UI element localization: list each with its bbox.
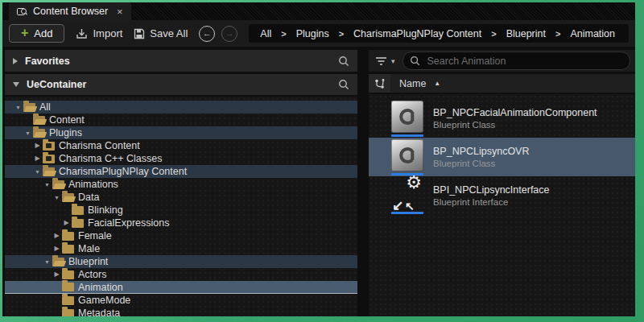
favorites-search-icon[interactable]: [338, 56, 349, 67]
folder-tree: ▼ All Content ▼ Plugins ▶ Charisma Conte…: [5, 97, 357, 316]
import-button[interactable]: Import: [76, 27, 122, 39]
breadcrumb-separator: >: [491, 29, 496, 39]
forward-button[interactable]: →: [221, 26, 237, 42]
tree-item[interactable]: Animation: [5, 281, 357, 294]
add-button[interactable]: + Add: [9, 24, 64, 43]
search-box[interactable]: [402, 52, 630, 70]
tree-item[interactable]: Metadata: [5, 307, 357, 316]
asset-type-color-bar: [391, 134, 423, 137]
tree-item-label: Charisma Content: [59, 140, 140, 151]
expander-icon[interactable]: ▶: [32, 142, 43, 149]
folder-icon: [62, 309, 74, 317]
sort-ascending-icon[interactable]: ▲: [434, 80, 440, 87]
search-input[interactable]: [426, 55, 625, 68]
panel-splitter[interactable]: [357, 50, 369, 316]
tree-item-label: Actors: [78, 269, 106, 280]
assets-panel: ▾: [369, 50, 635, 316]
folder-icon: [62, 232, 74, 241]
expander-icon[interactable]: ▶: [52, 233, 62, 239]
filter-bar: ▾: [369, 50, 635, 72]
expander-icon[interactable]: ▶: [52, 271, 62, 278]
list-header: Name ▲: [369, 74, 635, 93]
favorites-header[interactable]: Favorites: [5, 50, 357, 72]
asset-row[interactable]: BP_NPCFacialAnimationComponent Blueprint…: [369, 99, 635, 138]
folder-icon: [33, 116, 45, 125]
asset-text: BP_NPCLipsyncOVR Blueprint Class: [433, 146, 530, 168]
tree-item[interactable]: GameMode: [5, 294, 357, 307]
filter-chevron-icon[interactable]: ▾: [391, 57, 395, 65]
back-button[interactable]: ←: [199, 26, 215, 42]
folder-icon: [52, 180, 64, 189]
tree-item[interactable]: Blinking: [5, 204, 357, 217]
name-column-header[interactable]: Name: [399, 78, 426, 89]
breadcrumb-separator: >: [339, 29, 344, 39]
expander-icon[interactable]: ▼: [42, 182, 52, 188]
tree-item[interactable]: ▶ Charisma Content: [5, 139, 357, 152]
folder-icon: [72, 219, 84, 228]
tree-item[interactable]: Content: [5, 114, 357, 126]
tree-item[interactable]: ▶ Actors: [5, 268, 357, 281]
asset-name: BP_NPCFacialAnimationComponent: [433, 107, 597, 118]
tree-item[interactable]: ▼ Plugins: [5, 126, 357, 139]
asset-thumbnail: [391, 139, 423, 175]
expander-icon[interactable]: ▼: [52, 195, 62, 200]
tree-item[interactable]: ▶ Charisma C++ Classes: [5, 152, 357, 165]
tab-content-browser[interactable]: Content Browser ×: [9, 2, 131, 20]
expander-icon[interactable]: ▼: [32, 169, 43, 175]
content-browser-icon: [17, 6, 27, 17]
expander-icon[interactable]: ▼: [42, 259, 52, 265]
tree-item[interactable]: ▼ Data: [5, 191, 357, 204]
tree-item[interactable]: ▼ Animations: [5, 178, 357, 191]
breadcrumb-item[interactable]: Plugins: [296, 28, 329, 39]
save-icon: [134, 28, 145, 39]
tree-item-label: GameMode: [78, 295, 130, 306]
folder-icon: [62, 296, 74, 305]
plus-icon: +: [21, 27, 28, 39]
tree-item[interactable]: ▼ All: [5, 101, 357, 114]
asset-thumbnail: [391, 101, 423, 137]
tree-item-label: Charisma C++ Classes: [59, 153, 163, 164]
expander-icon[interactable]: ▼: [13, 105, 23, 110]
asset-type: Blueprint Interface: [433, 197, 550, 207]
folder-icon: [62, 270, 74, 279]
expander-icon[interactable]: ▼: [23, 130, 33, 136]
breadcrumb-item[interactable]: All: [260, 28, 271, 39]
filter-icon[interactable]: [375, 56, 387, 66]
tree-item-label: FacialExpressions: [88, 217, 169, 229]
breadcrumb-item[interactable]: Animation: [570, 28, 615, 39]
breadcrumb-item[interactable]: CharismaPlugNPlay Content: [353, 28, 481, 39]
folder-icon: [43, 142, 55, 151]
expander-icon[interactable]: ▶: [52, 246, 62, 252]
charisma-blueprint-icon: [391, 101, 423, 133]
breadcrumb-item[interactable]: Blueprint: [506, 28, 546, 39]
hierarchy-icon[interactable]: [369, 74, 390, 93]
toolbar: + Add Import Save All: [2, 20, 635, 47]
tab-strip: Content Browser ×: [2, 2, 635, 20]
tree-item[interactable]: ▶ FacialExpressions: [5, 217, 357, 229]
asset-row[interactable]: ⚙ ↙ ↖ BPI_NPCLipsyncInterface Blueprint …: [369, 176, 635, 215]
tab-title: Content Browser: [33, 6, 108, 17]
container-search-icon[interactable]: [338, 79, 349, 90]
asset-name: BPI_NPCLipsyncInterface: [433, 184, 550, 196]
tree-item-label: Content: [49, 114, 85, 126]
charisma-blueprint-icon: [391, 139, 423, 171]
save-all-button[interactable]: Save All: [134, 27, 188, 39]
close-icon[interactable]: ×: [117, 6, 123, 17]
folder-icon: [72, 206, 84, 215]
tree-item[interactable]: ▶ Female: [5, 229, 357, 242]
tree-item[interactable]: ▼ CharismaPlugNPlay Content: [5, 165, 357, 178]
tree-item[interactable]: ▶ Male: [5, 242, 357, 255]
container-label: UeContainer: [27, 79, 86, 90]
expander-icon[interactable]: ▶: [32, 155, 43, 162]
tree-item[interactable]: ▼ Blueprint: [5, 255, 357, 268]
folder-icon: [62, 193, 74, 202]
asset-type: Blueprint Class: [433, 120, 597, 130]
container-header[interactable]: UeContainer: [5, 74, 357, 95]
arrow-northwest-icon: ↖: [405, 200, 415, 212]
tree-item-label: Male: [78, 243, 100, 254]
asset-row[interactable]: BP_NPCLipsyncOVR Blueprint Class: [369, 138, 635, 176]
favorites-label: Favorites: [25, 56, 70, 67]
tree-item-label: All: [39, 101, 51, 113]
expander-icon[interactable]: ▶: [61, 220, 72, 226]
tree-item-label: Blinking: [88, 204, 123, 216]
